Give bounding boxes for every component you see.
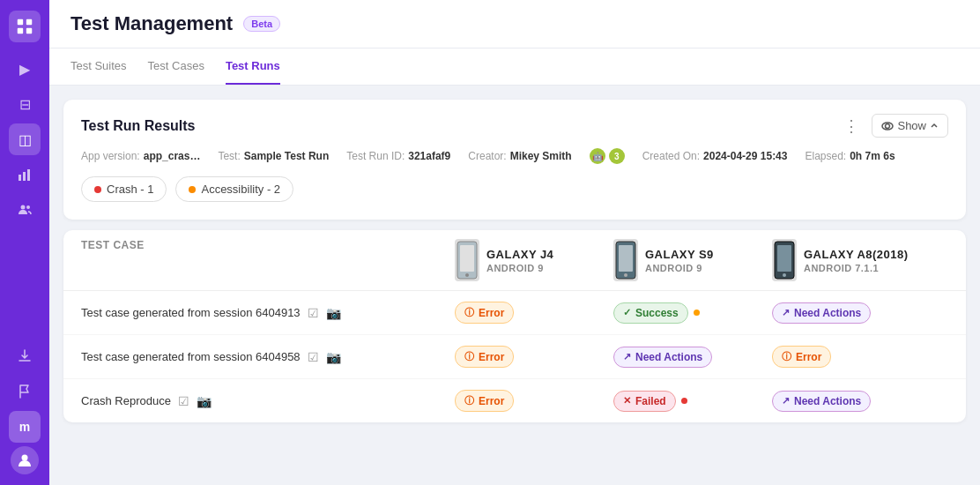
status-badge-success-1[interactable]: ✓ Success bbox=[613, 302, 688, 324]
error-icon-3: ⓘ bbox=[464, 394, 474, 407]
status-cell-2-a8: ⓘ Error bbox=[772, 346, 948, 368]
table-row: Crash Reproduce ☑ 📷 ⓘ Error ✕ Failed bbox=[63, 379, 966, 422]
meta-row: App version: app_cras… Test: Sample Test… bbox=[81, 148, 948, 164]
status-badge-need-actions-2[interactable]: ↗ Need Actions bbox=[613, 347, 712, 368]
tab-test-runs[interactable]: Test Runs bbox=[226, 48, 280, 85]
status-badge-error-1[interactable]: ⓘ Error bbox=[455, 302, 514, 324]
x-icon-3: ✕ bbox=[623, 395, 631, 407]
tab-test-cases[interactable]: Test Cases bbox=[148, 48, 204, 85]
dot-red bbox=[94, 186, 101, 193]
filter-crash[interactable]: Crash - 1 bbox=[81, 176, 167, 202]
test-case-name-3: Crash Reproduce ☑ 📷 bbox=[81, 394, 455, 408]
card-title: Test Run Results bbox=[81, 118, 196, 134]
status-cell-1-s9: ✓ Success bbox=[613, 302, 772, 324]
sidebar-icon-people[interactable] bbox=[9, 194, 41, 226]
test-case-name-2: Test case generated from session 6404958… bbox=[81, 350, 455, 364]
more-button[interactable]: ⋮ bbox=[838, 115, 865, 138]
device-os-s9: Android 9 bbox=[645, 263, 702, 273]
sidebar-icon-grid[interactable]: ⊟ bbox=[9, 88, 41, 120]
dot-yellow-1 bbox=[694, 310, 700, 316]
svg-point-10 bbox=[886, 123, 890, 128]
show-button[interactable]: Show bbox=[872, 114, 948, 138]
svg-point-14 bbox=[465, 273, 469, 277]
col-test-case: Test Case bbox=[81, 239, 455, 281]
dot-orange bbox=[189, 186, 196, 193]
sidebar-icon-m[interactable]: m bbox=[9, 411, 41, 443]
status-cell-3-s9: ✕ Failed bbox=[613, 391, 772, 412]
show-label: Show bbox=[897, 119, 926, 132]
avatar[interactable] bbox=[11, 446, 39, 474]
status-badge-error-3[interactable]: ⓘ Error bbox=[455, 390, 514, 412]
android-count: 3 bbox=[609, 148, 625, 164]
camera-icon-1[interactable]: 📷 bbox=[326, 306, 341, 320]
content-area: Test Run Results ⋮ Show bbox=[49, 86, 980, 485]
tab-test-suites[interactable]: Test Suites bbox=[71, 48, 127, 85]
svg-point-7 bbox=[21, 205, 26, 210]
svg-rect-4 bbox=[19, 175, 21, 181]
status-badge-need-actions-1[interactable]: ↗ Need Actions bbox=[772, 302, 871, 324]
sidebar-icon-layers[interactable]: ◫ bbox=[9, 123, 41, 155]
app-logo[interactable] bbox=[9, 11, 41, 42]
sidebar-icon-flag[interactable] bbox=[9, 376, 41, 407]
status-cell-1-a8: ↗ Need Actions bbox=[772, 302, 948, 324]
filter-crash-label: Crash - 1 bbox=[107, 183, 153, 196]
sidebar-icon-download[interactable] bbox=[9, 340, 41, 372]
camera-icon-2[interactable]: 📷 bbox=[326, 350, 341, 364]
dot-red-3 bbox=[681, 398, 687, 404]
svg-rect-1 bbox=[26, 19, 32, 25]
meta-test-label: Test: bbox=[218, 150, 240, 162]
sidebar-icon-chart[interactable] bbox=[9, 159, 41, 190]
status-cell-3-a8: ↗ Need Actions bbox=[772, 391, 948, 412]
device-header-a8: Galaxy A8(2018) Android 7.1.1 bbox=[772, 239, 948, 281]
android-icon: 🤖 bbox=[590, 148, 605, 164]
svg-rect-2 bbox=[18, 28, 23, 34]
results-table-card: Test Case Galaxy J4 Android 9 bbox=[63, 230, 966, 422]
test-case-name-1: Test case generated from session 6404913… bbox=[81, 306, 455, 320]
svg-rect-6 bbox=[27, 169, 30, 181]
sidebar-icon-play[interactable]: ▶ bbox=[9, 53, 41, 85]
meta-app-version-value: app_cras… bbox=[144, 150, 201, 162]
device-thumb-a8 bbox=[772, 239, 797, 281]
checkbox-icon-3[interactable]: ☑ bbox=[178, 394, 189, 408]
meta-created-value: 2024-04-29 15:43 bbox=[703, 150, 787, 162]
status-cell-1-j4: ⓘ Error bbox=[455, 302, 613, 324]
checkbox-icon-2[interactable]: ☑ bbox=[308, 350, 319, 364]
meta-run-id-label: Test Run ID: bbox=[346, 150, 405, 162]
device-name-a8: Galaxy A8(2018) bbox=[804, 248, 908, 261]
device-os-j4: Android 9 bbox=[486, 263, 544, 273]
meta-creator: Creator: Mikey Smith bbox=[468, 150, 571, 162]
page-title: Test Management bbox=[71, 12, 233, 35]
filter-accessibility[interactable]: Accessibility - 2 bbox=[175, 176, 293, 202]
status-badge-error-2[interactable]: ⓘ Error bbox=[455, 346, 514, 368]
error-icon-2: ⓘ bbox=[464, 350, 474, 363]
camera-icon-3[interactable]: 📷 bbox=[197, 394, 212, 408]
device-thumb-j4 bbox=[455, 239, 479, 281]
test-run-results-card: Test Run Results ⋮ Show bbox=[63, 100, 966, 220]
main-content: Test Management Beta Test Suites Test Ca… bbox=[49, 0, 980, 485]
status-badge-error-2b[interactable]: ⓘ Error bbox=[772, 346, 831, 368]
svg-point-20 bbox=[783, 273, 786, 277]
status-badge-need-actions-3[interactable]: ↗ Need Actions bbox=[772, 391, 871, 412]
checkbox-icon-1[interactable]: ☑ bbox=[308, 306, 319, 320]
device-col-a8: Galaxy A8(2018) Android 7.1.1 bbox=[804, 248, 908, 273]
meta-creator-label: Creator: bbox=[468, 150, 506, 162]
table-row: Test case generated from session 6404958… bbox=[63, 335, 966, 379]
svg-point-9 bbox=[22, 455, 28, 461]
svg-point-17 bbox=[624, 273, 627, 277]
error-icon-2b: ⓘ bbox=[782, 350, 791, 363]
status-badge-failed-3[interactable]: ✕ Failed bbox=[613, 391, 676, 412]
status-cell-3-j4: ⓘ Error bbox=[455, 390, 613, 412]
svg-rect-16 bbox=[619, 245, 633, 272]
meta-elapsed: Elapsed: 0h 7m 6s bbox=[805, 150, 895, 162]
status-cell-2-s9: ↗ Need Actions bbox=[613, 347, 772, 368]
status-cell-2-j4: ⓘ Error bbox=[455, 346, 613, 368]
sidebar: ▶ ⊟ ◫ m bbox=[0, 0, 49, 485]
device-header-j4: Galaxy J4 Android 9 bbox=[455, 239, 613, 281]
meta-android: 🤖 3 bbox=[590, 148, 625, 164]
meta-test-value: Sample Test Run bbox=[244, 150, 329, 162]
device-os-a8: Android 7.1.1 bbox=[804, 263, 879, 273]
beta-badge: Beta bbox=[243, 16, 280, 32]
top-header: Test Management Beta bbox=[49, 0, 980, 48]
meta-created-label: Created On: bbox=[642, 150, 700, 162]
table-row: Test case generated from session 6404913… bbox=[63, 291, 966, 335]
